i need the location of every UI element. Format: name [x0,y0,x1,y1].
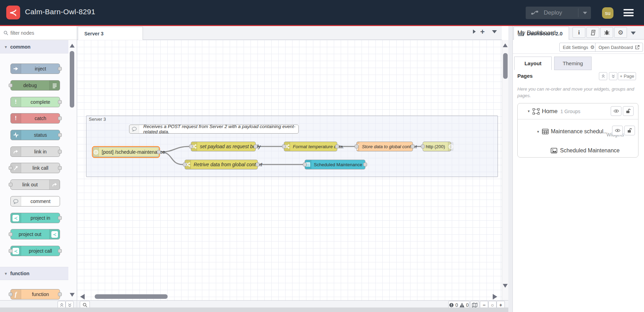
canvas-vscrollbar-thumb[interactable] [503,53,508,79]
deploy-button[interactable]: Deploy [526,7,591,19]
input-port[interactable] [9,183,12,187]
palette-node-catch[interactable]: ! catch [10,113,60,124]
tab-theming[interactable]: Theming [554,57,592,70]
palette-node-project-out[interactable]: project out ≺ [10,229,60,239]
sidebar-resize-handle[interactable] [508,26,513,312]
change-node-retrieve-data[interactable]: Retrive data from global context [185,160,258,169]
add-flow-button[interactable]: + [480,27,485,36]
output-port[interactable] [58,216,62,220]
edit-settings-button[interactable]: Edit Settings⚙ [559,43,598,52]
info-tab-button[interactable]: i [573,27,585,38]
input-port[interactable] [9,84,12,87]
output-port[interactable] [363,163,367,167]
flow-list-chevron-down-icon[interactable] [492,30,497,33]
output-port[interactable] [157,150,161,154]
output-port[interactable] [335,145,339,149]
tab-scroll-right-icon[interactable] [472,29,476,34]
deploy-label: Deploy [544,9,562,16]
canvas-scroll-left-icon[interactable] [80,294,85,300]
input-port[interactable] [421,145,425,149]
input-port[interactable] [303,163,307,167]
http-in-node[interactable]: [post] /schedule-maintenance [93,147,159,157]
settings-tab-button[interactable]: ⚙ [614,27,627,38]
toggle-visibility-button[interactable] [611,106,621,116]
search-icon [3,31,8,35]
toggle-visibility-button[interactable] [612,126,623,135]
input-port[interactable] [355,145,358,149]
move-page-down-button[interactable] [609,72,617,80]
output-port[interactable] [58,166,62,170]
open-dashboard-button[interactable]: Open Dashboard [595,43,643,52]
palette-scrollbar-thumb[interactable] [70,51,74,108]
output-port[interactable] [58,117,62,120]
change-node-format-temperature[interactable]: Format temperature data. [284,142,337,151]
flow-tab-server3[interactable]: Server 3 [78,27,143,40]
palette-category-function[interactable]: ▾ function [0,267,68,280]
palette-node-link-out[interactable]: link out [10,179,60,190]
input-port[interactable] [9,293,12,296]
lock-toggle-button[interactable] [624,126,635,135]
tree-row-group-maintenance[interactable]: ▾ Maintenance schedul... 1 Widgets [518,120,638,143]
sidebar: Dashboard 2.0 i ⚙ My Dashboard Edit Sett… [513,26,644,312]
page-label: Home [542,108,558,115]
canvas-hscrollbar-thumb[interactable] [95,294,168,299]
canvas-scroll-up-icon[interactable] [503,43,508,47]
output-port[interactable] [58,249,62,253]
palette-node-project-call[interactable]: ≺ project call [10,246,60,256]
output-port[interactable] [58,100,62,104]
lock-toggle-button[interactable] [623,106,634,116]
palette-node-function[interactable]: f function [10,289,60,300]
function-node-store-data[interactable]: f Store data to global context [356,142,413,151]
gear-icon: ⚙ [590,44,595,50]
palette-node-link-call[interactable]: link call [10,163,60,173]
palette-category-common[interactable]: ▾ common [0,40,68,53]
output-port[interactable] [254,145,257,149]
palette-node-link-in[interactable]: link in [10,146,60,157]
move-page-up-button[interactable] [599,72,607,80]
palette-node-comment[interactable]: comment [10,196,60,206]
output-port[interactable] [58,133,62,137]
palette-node-project-in[interactable]: ≺ project in [10,213,60,223]
input-port[interactable] [189,145,193,149]
tree-row-page-home[interactable]: ▾ Home 1 Groups [518,103,638,119]
output-port[interactable] [411,145,415,149]
palette-scroll-down-icon[interactable] [70,293,75,297]
help-tab-button[interactable] [586,27,599,38]
main-menu-button[interactable] [624,9,634,16]
pages-heading: Pages [517,73,533,79]
input-port[interactable] [9,233,12,236]
input-port[interactable] [9,166,12,170]
tab-layout[interactable]: Layout [514,57,552,70]
sidebar-collapse-chevron-down-icon[interactable] [631,32,636,35]
flow-canvas[interactable]: Server 3 Receives a POST request from Se… [77,40,502,300]
palette-node-debug[interactable]: debug [10,80,60,91]
palette-node-status[interactable]: status [10,130,60,140]
palette-filter-input[interactable] [10,30,62,36]
canvas-vscrollbar [502,40,508,300]
ui-table-node[interactable]: Scheduled Maintenance [305,160,365,169]
output-port[interactable] [256,163,260,167]
input-port[interactable] [9,249,12,253]
chevron-down-icon: ▾ [528,109,530,113]
deploy-options-chevron-down-icon[interactable] [583,12,587,14]
canvas-scroll-right-icon[interactable] [493,294,497,300]
add-page-button[interactable]: + Page [618,72,636,80]
debug-tab-button[interactable] [600,27,613,38]
layout-help-text: Here you can re-order and move your widg… [517,86,635,99]
user-avatar[interactable]: su [602,7,613,19]
palette-filter[interactable] [0,26,77,40]
output-port[interactable] [58,67,62,71]
input-port[interactable] [183,163,187,167]
palette-scroll-up-icon[interactable] [70,44,75,48]
output-port[interactable] [58,293,62,296]
palette-node-complete[interactable]: ! complete [10,97,60,107]
change-node-set-payload[interactable]: set payload as request body [191,142,256,151]
comment-node[interactable]: Receives a POST request from Server 2 wi… [129,125,299,134]
palette-node-inject[interactable]: inject [10,64,60,74]
output-port[interactable] [58,150,62,154]
http-response-node[interactable]: http (200) [423,142,451,151]
chevron-down-icon: ▾ [5,45,7,49]
tree-row-widget-scheduled-maintenance[interactable]: Scheduled Maintenance [518,143,638,158]
canvas-scroll-down-icon[interactable] [503,284,508,288]
input-port[interactable] [282,145,286,149]
